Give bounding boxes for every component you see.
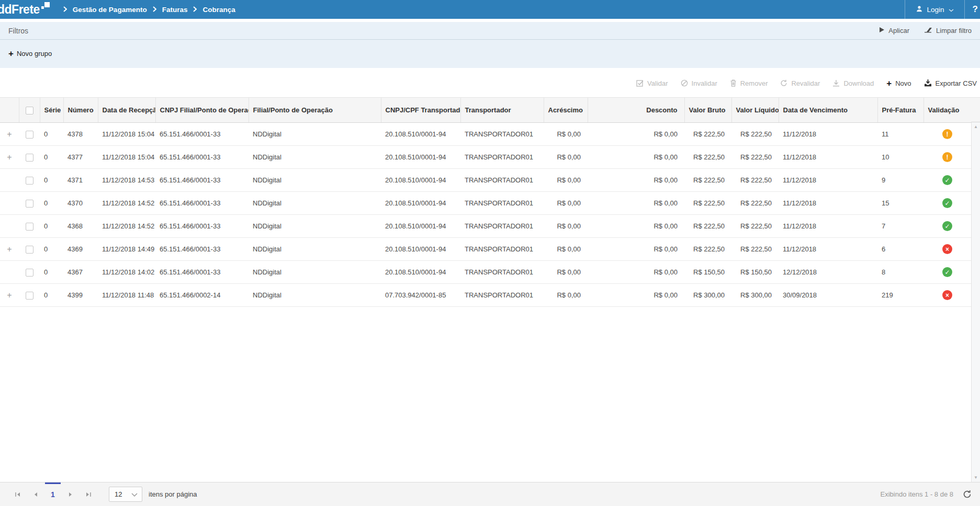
row-checkbox[interactable] [26, 154, 33, 162]
scroll-up-icon[interactable]: ▲ [974, 124, 978, 129]
table-row[interactable]: + 0 4399 11/12/2018 11:48 65.151.466/000… [0, 284, 971, 307]
refresh-grid-button[interactable] [963, 490, 972, 499]
cell-validacao: × [923, 284, 971, 307]
previous-page-button[interactable] [26, 482, 44, 506]
new-group-button[interactable]: + Novo grupo [8, 49, 52, 58]
table-row[interactable]: + 0 4369 11/12/2018 14:49 65.151.466/000… [0, 238, 971, 261]
expand-row-button[interactable]: + [7, 153, 12, 162]
cell-valor-liquido: R$ 300,00 [731, 284, 779, 307]
scroll-down-icon[interactable]: ▼ [974, 475, 978, 480]
table-row[interactable]: + 0 4378 11/12/2018 15:04 65.151.466/000… [0, 123, 971, 146]
cell-acrescimo: R$ 0,00 [544, 238, 588, 261]
page-size-value: 12 [115, 490, 122, 498]
select-all-checkbox[interactable] [26, 107, 33, 114]
login-menu[interactable]: Login [905, 0, 964, 19]
cell-valor-liquido: R$ 222,50 [731, 215, 779, 238]
header-data-vencimento[interactable]: Data de Vencimento [779, 98, 877, 123]
cell-valor-liquido: R$ 222,50 [731, 146, 779, 169]
cell-pre-fatura: 8 [877, 261, 923, 284]
breadcrumb-item-cobranca[interactable]: Cobrança [202, 6, 235, 14]
cell-pre-fatura: 11 [877, 123, 923, 146]
row-checkbox[interactable] [26, 269, 33, 277]
apply-filter-button[interactable]: Aplicar [879, 27, 909, 34]
header-cnpj-transportador[interactable]: CNPJ/CPF Transportador [381, 98, 460, 123]
filter-body: + Novo grupo [0, 40, 980, 67]
header-acrescimo[interactable]: Acréscimo [544, 98, 588, 123]
row-checkbox[interactable] [26, 131, 33, 139]
topbar: ddFrete Gestão de Pagamento Faturas Cobr… [0, 0, 980, 19]
row-checkbox[interactable] [26, 246, 33, 254]
header-data-recepcao[interactable]: Data de Recepção↓ [98, 98, 155, 123]
cell-validacao: ✓ [923, 215, 971, 238]
validation-status-icon: ! [942, 152, 952, 162]
download-label: Download [843, 79, 874, 87]
header-filler [971, 97, 980, 122]
user-icon [916, 5, 923, 14]
cell-numero: 4370 [63, 192, 98, 215]
header-valor-bruto[interactable]: Valor Bruto [684, 98, 731, 123]
table-row[interactable]: 0 4367 11/12/2018 14:02 65.151.466/0001-… [0, 261, 971, 284]
cell-data-recepcao: 11/12/2018 14:49 [98, 238, 155, 261]
cell-cnpj-transportador: 07.703.942/0001-85 [381, 284, 460, 307]
table-row[interactable]: 0 4371 11/12/2018 14:53 65.151.466/0001-… [0, 169, 971, 192]
expand-cell [0, 192, 19, 215]
header-numero[interactable]: Número [63, 98, 98, 123]
page-size-select[interactable]: 12 [109, 487, 142, 502]
expand-row-button[interactable]: + [7, 291, 12, 300]
cell-transportador: TRANSPORTADOR01 [460, 169, 544, 192]
cell-filial: NDDigital [249, 192, 381, 215]
table-row[interactable]: + 0 4377 11/12/2018 15:04 65.151.466/000… [0, 146, 971, 169]
header-pre-fatura[interactable]: Pré-Fatura [877, 98, 923, 123]
cell-desconto: R$ 0,00 [588, 215, 684, 238]
chevron-down-icon [949, 6, 954, 14]
table-row[interactable]: 0 4370 11/12/2018 14:52 65.151.466/0001-… [0, 192, 971, 215]
row-checkbox[interactable] [26, 292, 33, 300]
cell-validacao: ✓ [923, 192, 971, 215]
invalidate-button[interactable]: Invalidar [681, 79, 717, 87]
row-checkbox[interactable] [26, 223, 33, 231]
header-transportador[interactable]: Transportador [460, 98, 544, 123]
clear-filter-button[interactable]: Limpar filtro [924, 27, 972, 34]
breadcrumb-item-gestao[interactable]: Gestão de Pagamento [73, 6, 147, 14]
vertical-scrollbar[interactable]: ▲ ▼ [971, 122, 980, 482]
app-logo[interactable]: ddFrete [0, 1, 50, 18]
expand-row-button[interactable]: + [7, 130, 12, 139]
cell-cnpj-transportador: 20.108.510/0001-94 [381, 169, 460, 192]
page-1-button[interactable]: 1 [44, 482, 62, 506]
expand-row-button[interactable]: + [7, 245, 12, 254]
header-cnpj-filial[interactable]: CNPJ Filial/Ponto de Operação [155, 98, 249, 123]
header-filial[interactable]: Filial/Ponto de Operação [249, 98, 381, 123]
revalidate-button[interactable]: Revalidar [780, 79, 820, 87]
table-row[interactable]: 0 4368 11/12/2018 14:52 65.151.466/0001-… [0, 215, 971, 238]
help-button[interactable]: ? [965, 0, 980, 19]
validation-status-icon: ✓ [942, 267, 952, 277]
cell-cnpj-filial: 65.151.466/0001-33 [155, 123, 249, 146]
download-button[interactable]: Download [832, 79, 874, 87]
row-checkbox[interactable] [26, 200, 33, 208]
cell-transportador: TRANSPORTADOR01 [460, 123, 544, 146]
login-label: Login [927, 6, 944, 14]
cell-filial: NDDigital [249, 215, 381, 238]
next-page-button[interactable] [62, 482, 80, 506]
new-button[interactable]: + Novo [886, 79, 911, 88]
remove-button[interactable]: Remover [730, 79, 768, 87]
row-checkbox[interactable] [26, 177, 33, 185]
header-valor-liquido[interactable]: Valor Líquido [731, 98, 779, 123]
cell-pre-fatura: 6 [877, 238, 923, 261]
header-validacao[interactable]: Validação [923, 98, 971, 123]
cell-valor-bruto: R$ 300,00 [684, 284, 731, 307]
invalidate-label: Invalidar [692, 79, 717, 87]
cell-numero: 4367 [63, 261, 98, 284]
header-desconto[interactable]: Desconto [588, 98, 684, 123]
header-serie[interactable]: Série [40, 98, 63, 123]
cell-cnpj-filial: 65.151.466/0001-33 [155, 261, 249, 284]
export-csv-button[interactable]: Exportar CSV [924, 79, 977, 87]
cell-valor-bruto: R$ 222,50 [684, 123, 731, 146]
breadcrumb-item-faturas[interactable]: Faturas [162, 6, 188, 14]
validate-button[interactable]: Validar [636, 79, 668, 87]
first-page-button[interactable] [8, 482, 26, 506]
cell-data-recepcao: 11/12/2018 14:02 [98, 261, 155, 284]
checkbox-cell [19, 238, 40, 261]
cancel-circle-icon [681, 79, 688, 87]
last-page-button[interactable] [80, 482, 97, 506]
